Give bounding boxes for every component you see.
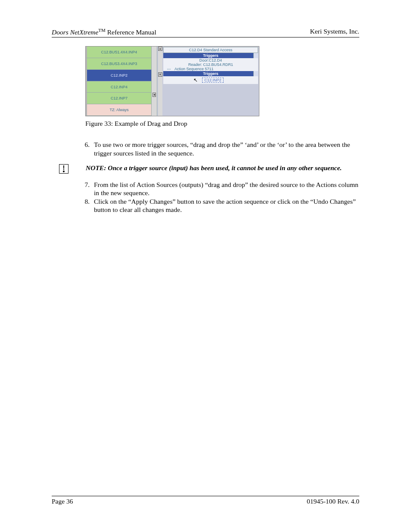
- reader-line: Reader: C12.BUS4.RDR1: [163, 62, 258, 67]
- header-suffix: Reference Manual: [106, 28, 156, 36]
- triggers-label-2: Triggers: [203, 72, 218, 76]
- company-name: Keri Systems, Inc.: [310, 28, 359, 36]
- action-sequence-row: --- Action Sequence 5711: [163, 67, 258, 71]
- figure-caption: Figure 33: Example of Drag and Drop: [85, 120, 359, 128]
- source-item[interactable]: TZ: Always: [86, 104, 151, 116]
- triggers-header: Triggers: [163, 53, 258, 58]
- note-text: NOTE: Once a trigger source (input) has …: [86, 164, 359, 172]
- footer-rule: [52, 496, 359, 496]
- source-item[interactable]: C12.BUS3.4X4.INP3: [86, 58, 151, 70]
- embedded-screenshot: C12.BUS1.4X4.INP4C12.BUS3.4X4.INP3C12.IN…: [85, 46, 259, 116]
- source-item[interactable]: C12.INP2: [86, 70, 151, 81]
- sequence-title: C12.D4 Standard Access: [163, 47, 258, 53]
- step-number: 7.: [83, 180, 94, 197]
- revision: 01945-100 Rev. 4.0: [307, 498, 359, 505]
- step-number: 8.: [83, 197, 94, 214]
- step-text: From the list of Action Sources (outputs…: [94, 180, 359, 197]
- source-item[interactable]: C12.INP4: [86, 81, 151, 93]
- splitter[interactable]: ◂: [151, 47, 157, 116]
- source-item[interactable]: C12.BUS1.4X4.INP4: [86, 47, 151, 58]
- sequence-panel: ▴ ▾ C12.D4 Standard Access Triggers Door…: [157, 47, 259, 116]
- door-line: Door:C12.D4: [163, 58, 258, 62]
- step-number: 6.: [83, 140, 94, 157]
- dragged-item[interactable]: C12.INP2: [202, 78, 223, 83]
- product-name: Doors NetXtreme: [52, 28, 98, 36]
- scroll-down-icon[interactable]: ▾: [158, 72, 162, 77]
- expand-icon[interactable]: [253, 53, 258, 58]
- dash-icon: ---: [163, 67, 174, 71]
- step-text: Click on the “Apply Changes” button to s…: [94, 197, 359, 214]
- triggers-header-2: Triggers: [163, 71, 258, 76]
- step-item: 8.Click on the “Apply Changes” button to…: [83, 197, 359, 214]
- drop-target[interactable]: ↖ C12.INP2: [163, 76, 258, 84]
- source-list: C12.BUS1.4X4.INP4C12.BUS3.4X4.INP3C12.IN…: [86, 47, 151, 116]
- step-item: 6.To use two or more trigger sources, “d…: [83, 140, 359, 157]
- scrollbar[interactable]: ▴ ▾: [158, 47, 162, 116]
- expand-icon-2[interactable]: [253, 71, 258, 76]
- page-header: Doors NetXtremeTM Reference Manual Keri …: [52, 28, 359, 36]
- exclamation-icon: !•: [59, 164, 68, 174]
- action-sequence-label: Action Sequence 5711: [174, 67, 258, 71]
- steps-list-b: 7.From the list of Action Sources (outpu…: [83, 180, 359, 214]
- page-number: Page 36: [52, 498, 73, 505]
- header-left: Doors NetXtremeTM Reference Manual: [52, 28, 156, 36]
- step-text: To use two or more trigger sources, “dra…: [94, 140, 359, 157]
- splitter-handle-icon[interactable]: ◂: [153, 93, 156, 97]
- source-item[interactable]: C12.INP7: [86, 93, 151, 104]
- cursor-icon: ↖: [193, 77, 198, 83]
- trademark: TM: [98, 28, 106, 33]
- note-row: !• NOTE: Once a trigger source (input) h…: [52, 164, 359, 174]
- steps-list-a: 6.To use two or more trigger sources, “d…: [83, 140, 359, 157]
- header-rule: [52, 37, 359, 37]
- scroll-up-icon[interactable]: ▴: [158, 47, 162, 51]
- step-item: 7.From the list of Action Sources (outpu…: [83, 180, 359, 197]
- page-footer: Page 36 01945-100 Rev. 4.0: [52, 496, 359, 505]
- triggers-label: Triggers: [203, 53, 218, 58]
- trigger-details: Door:C12.D4 Reader: C12.BUS4.RDR1: [163, 58, 258, 67]
